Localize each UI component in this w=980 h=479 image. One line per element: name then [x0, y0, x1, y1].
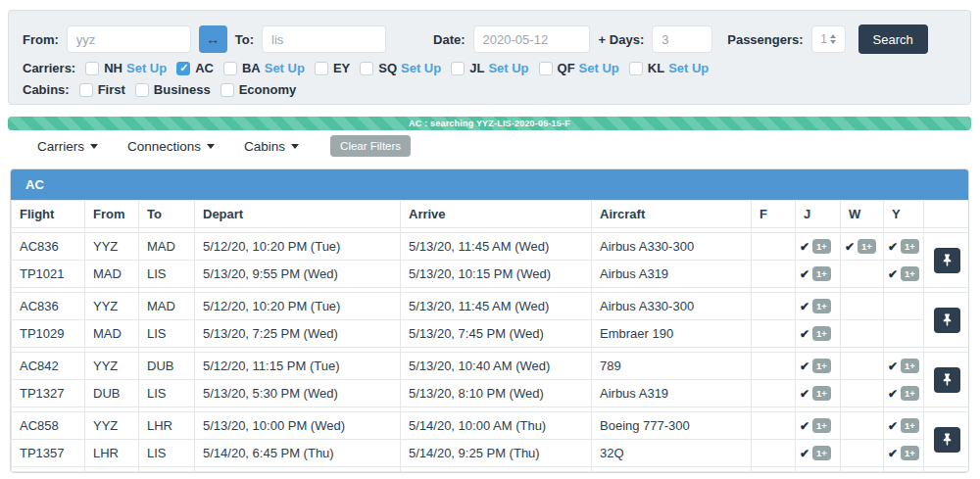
column-header-f: F — [752, 201, 796, 228]
seat-count-badge: 1+ — [901, 239, 919, 254]
aircraft-cell: Airbus A330-300 — [592, 293, 752, 320]
swap-airports-button[interactable]: ↔ — [199, 25, 227, 53]
available-check-icon: ✔ — [888, 267, 898, 281]
seat-count-badge: 1+ — [812, 326, 831, 341]
to-input[interactable] — [262, 25, 386, 53]
premium-economy-availability-cell — [841, 412, 884, 440]
carrier-checkbox-qf[interactable] — [539, 62, 553, 75]
cabin-checkbox-economy[interactable] — [220, 83, 234, 97]
passengers-select[interactable]: 1 — [811, 25, 846, 53]
available-check-icon: ✔ — [800, 300, 809, 313]
carrier-checkbox-kl[interactable] — [629, 62, 643, 75]
carrier-option-ba: BASet Up — [223, 61, 305, 75]
economy-availability-cell: ✔1+ — [884, 380, 924, 407]
available-check-icon: ✔ — [800, 447, 809, 460]
dropdown-label: Cabins — [244, 139, 285, 154]
pin-itinerary-button[interactable] — [934, 427, 960, 453]
business-availability-cell: ✔1+ — [796, 233, 841, 261]
cabin-option-economy: Economy — [220, 82, 297, 97]
from-cell: YYZ — [85, 233, 139, 261]
search-form-row: From: ↔ To: Date: + Days: Passengers: 1 … — [23, 24, 958, 54]
pin-itinerary-button[interactable] — [934, 308, 960, 333]
carrier-setup-link[interactable]: Set Up — [401, 61, 441, 75]
column-header-from: From — [85, 201, 139, 228]
carrier-checkbox-jl[interactable] — [451, 62, 465, 75]
carrier-setup-link[interactable]: Set Up — [265, 61, 305, 75]
arrive-cell: 5/13/20, 10:40 AM (Wed) — [401, 353, 592, 380]
swap-arrow-icon: ↔ — [206, 31, 220, 47]
seat-count-badge: 1+ — [812, 418, 831, 433]
flight-number-cell: AC836 — [12, 233, 85, 261]
carrier-checkbox-ey[interactable] — [315, 62, 328, 75]
spinner-icon — [830, 31, 836, 47]
premium-economy-availability-cell — [841, 380, 884, 407]
carriers-row: Carriers: NHSet UpACBASet UpEYSQSet UpJL… — [23, 61, 958, 75]
first-class-availability-cell — [752, 293, 796, 320]
search-button[interactable]: Search — [858, 24, 928, 54]
carrier-option-kl: KLSet Up — [629, 61, 710, 75]
carrier-checkbox-ac[interactable] — [176, 62, 190, 75]
days-input[interactable] — [652, 25, 712, 53]
carrier-checkbox-ba[interactable] — [223, 62, 237, 75]
filter-dropdown-carriers[interactable]: Carriers — [37, 139, 98, 154]
seat-count-badge: 1+ — [901, 266, 919, 281]
date-label: Date: — [433, 32, 466, 47]
premium-economy-availability-cell — [841, 353, 884, 380]
carrier-option-ey: EY — [315, 61, 350, 75]
flight-row: AC836YYZMAD5/12/20, 10:20 PM (Tue)5/13/2… — [12, 233, 970, 261]
arrive-cell: 5/13/20, 8:10 PM (Wed) — [401, 380, 592, 407]
from-cell: LHR — [85, 440, 139, 467]
seat-count-badge: 1+ — [812, 359, 831, 373]
seat-count-badge: 1+ — [901, 446, 919, 460]
pushpin-icon — [941, 313, 954, 327]
arrive-cell: 5/13/20, 7:45 PM (Wed) — [401, 320, 592, 348]
flight-number-cell: TP1029 — [12, 320, 85, 348]
flight-row: AC842YYZDUB5/12/20, 11:15 PM (Tue)5/13/2… — [12, 353, 970, 380]
economy-availability-cell: ✔1+ — [884, 233, 924, 261]
carrier-option-ac: AC — [176, 61, 214, 75]
aircraft-cell: Embraer 190 — [592, 320, 752, 348]
column-header-w: W — [841, 201, 884, 228]
seat-count-badge: 1+ — [901, 359, 919, 373]
flight-number-cell: TP1021 — [12, 261, 85, 288]
carriers-list: NHSet UpACBASet UpEYSQSet UpJLSet UpQFSe… — [75, 61, 709, 75]
carrier-checkbox-nh[interactable] — [85, 62, 99, 75]
progress-status-text: AC : searching YYZ-LIS-2020-05-15-F — [409, 119, 570, 128]
filter-dropdown-connections[interactable]: Connections — [127, 139, 215, 154]
filter-dropdown-cabins[interactable]: Cabins — [244, 139, 299, 154]
pushpin-icon — [941, 433, 954, 447]
depart-cell: 5/13/20, 5:30 PM (Wed) — [195, 380, 401, 407]
carrier-setup-link[interactable]: Set Up — [668, 61, 709, 75]
aircraft-cell: 32Q — [592, 440, 752, 467]
to-label: To: — [235, 32, 254, 47]
cabin-label: Economy — [239, 82, 297, 97]
carrier-checkbox-sq[interactable] — [360, 62, 373, 75]
date-input[interactable] — [473, 25, 590, 53]
passengers-label: Passengers: — [727, 32, 803, 47]
cabin-checkbox-first[interactable] — [79, 83, 93, 97]
arrive-cell: 5/14/20, 10:00 AM (Thu) — [401, 412, 592, 440]
clear-filters-button[interactable]: Clear Filters — [330, 135, 411, 157]
aircraft-cell: Boeing 777-300 — [592, 412, 752, 440]
from-input[interactable] — [67, 25, 191, 53]
carrier-setup-link[interactable]: Set Up — [579, 61, 619, 75]
cabin-checkbox-business[interactable] — [135, 83, 149, 97]
arrive-cell: 5/13/20, 11:45 AM (Wed) — [401, 293, 592, 320]
available-check-icon: ✔ — [888, 359, 898, 373]
business-availability-cell: ✔1+ — [796, 261, 841, 288]
pin-itinerary-button[interactable] — [934, 367, 960, 393]
pin-itinerary-button[interactable] — [934, 248, 960, 273]
depart-cell: 5/13/20, 10:00 PM (Wed) — [195, 412, 401, 440]
pushpin-icon — [941, 254, 954, 267]
table-header-row: FlightFromToDepartArriveAircraftFJWY — [12, 201, 970, 228]
first-class-availability-cell — [752, 261, 796, 288]
flight-number-cell: TP1357 — [12, 440, 85, 467]
cabin-label: Business — [154, 82, 211, 97]
carrier-setup-link[interactable]: Set Up — [126, 61, 167, 75]
business-availability-cell: ✔1+ — [796, 353, 841, 380]
to-cell: DUB — [139, 353, 195, 380]
aircraft-cell: 789 — [592, 353, 752, 380]
carrier-setup-link[interactable]: Set Up — [488, 61, 528, 75]
from-cell: MAD — [85, 320, 139, 348]
aircraft-cell: Airbus A330-300 — [592, 233, 752, 261]
